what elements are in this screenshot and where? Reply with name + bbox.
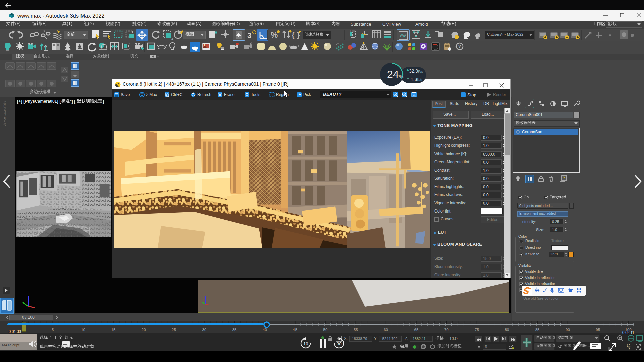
svg-text:95: 95 bbox=[596, 328, 600, 332]
svg-text:60: 60 bbox=[384, 328, 388, 332]
svg-text:25: 25 bbox=[172, 328, 176, 332]
svg-text:90: 90 bbox=[566, 328, 570, 332]
svg-text:%: % bbox=[399, 74, 403, 79]
svg-text:35: 35 bbox=[232, 328, 237, 332]
svg-text:1:1: 1:1 bbox=[412, 94, 415, 96]
svg-text:80: 80 bbox=[505, 328, 509, 332]
svg-text:65: 65 bbox=[414, 328, 419, 332]
svg-text:75: 75 bbox=[475, 328, 479, 332]
svg-text:50: 50 bbox=[323, 328, 328, 332]
svg-text:85: 85 bbox=[535, 328, 540, 332]
svg-text:5: 5 bbox=[52, 328, 54, 332]
svg-text:?: ? bbox=[458, 44, 461, 49]
svg-text:30: 30 bbox=[202, 328, 206, 332]
svg-text:10: 10 bbox=[303, 341, 308, 346]
svg-text:20: 20 bbox=[142, 328, 146, 332]
svg-text:%: % bbox=[271, 30, 278, 39]
svg-text:24: 24 bbox=[387, 68, 399, 80]
svg-text:45: 45 bbox=[293, 328, 297, 332]
svg-text:10: 10 bbox=[81, 328, 85, 332]
svg-text:55: 55 bbox=[354, 328, 358, 332]
svg-text:30: 30 bbox=[337, 341, 341, 346]
svg-text:70: 70 bbox=[444, 328, 449, 332]
svg-text:15: 15 bbox=[111, 328, 116, 332]
